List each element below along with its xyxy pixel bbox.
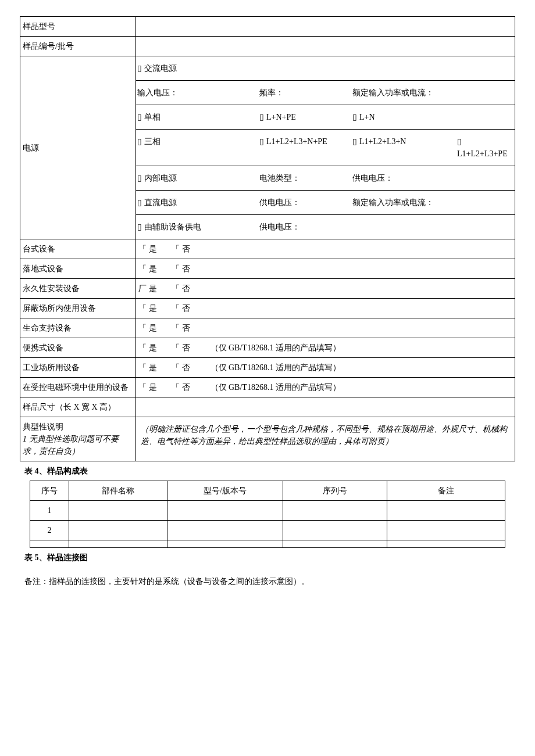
label-rated: 额定输入功率或电流： (351, 81, 515, 105)
opt-controlled-em: 「是 「否 （仅 GB/T18268.1 适用的产品填写） (136, 378, 515, 397)
cell-seq: 2 (30, 521, 69, 540)
label-supplyv1: 供电电压： (351, 166, 515, 190)
label-freq: 频率： (258, 81, 351, 105)
check-yes[interactable]: 「是 (138, 343, 157, 352)
opt-portable: 「是 「否 （仅 GB/T18268.1 适用的产品填写） (136, 338, 515, 358)
value-model (136, 17, 515, 37)
label-lifesupport: 生命支持设备 (20, 318, 136, 338)
cell-model (167, 501, 283, 521)
check-yes[interactable]: 「是 (138, 304, 157, 313)
col-model: 型号/版本号 (167, 481, 283, 501)
checkbox-icon: 「 (172, 302, 180, 314)
checkbox-icon: ▯ (137, 221, 142, 233)
label-rated2: 额定输入功率或电流： (351, 191, 515, 214)
check-no[interactable]: 「否 (172, 284, 190, 293)
typical-desc: （明确注册证包含几个型号，一个型号包含几种规格，不同型号、规格在预期用途、外观尺… (136, 417, 515, 461)
table-row (30, 540, 505, 548)
cell-remark (387, 540, 505, 548)
col-serial: 序列号 (283, 481, 387, 501)
label-shielded: 屏蔽场所内使用设备 (20, 299, 136, 318)
spec-table: 样品型号 样品编号/批号 电源 ▯交流电源 输入电压： 频率： 额定输入功率或电… (20, 16, 515, 461)
table5-title: 表 5、样品连接图 (24, 551, 511, 564)
check-yes[interactable]: 「是 (138, 383, 157, 392)
label-dimensions: 样品尺寸（长 X 宽 X 高） (20, 397, 136, 417)
label-floor: 落地式设备 (20, 259, 136, 279)
table-row: 2 (30, 521, 505, 540)
cell-remark (387, 501, 505, 521)
checkbox-icon: 「 (172, 282, 180, 295)
checkbox-icon: 「 (138, 302, 147, 314)
cell-serial (283, 501, 387, 521)
gb-note: （仅 GB/T18268.1 适用的产品填写） (211, 363, 341, 372)
cell-model (167, 521, 283, 540)
checkbox-icon: ▯ (137, 172, 142, 184)
cell-part (69, 540, 167, 548)
opt-industrial: 「是 「否 （仅 GB/T18268.1 适用的产品填写） (136, 358, 515, 378)
check-yes[interactable]: 「是 (138, 324, 157, 332)
checkbox-icon: 「 (172, 263, 180, 275)
checkbox-icon: 「 (138, 243, 147, 255)
label-model: 样品型号 (20, 17, 136, 37)
label-controlled-em: 在受控电磁环境中使用的设备 (20, 378, 136, 397)
checkbox-icon: 「 (172, 381, 180, 393)
table5-remark: 备注：指样品的连接图，主要针对的是系统（设备与设备之间的连接示意图）。 (24, 575, 511, 587)
checkbox-icon: ▯ (457, 135, 462, 148)
label-permanent: 永久性安装设备 (20, 279, 136, 299)
opt-floor: 「是 「否 (136, 259, 515, 279)
label-portable: 便携式设备 (20, 338, 136, 358)
check-l123pe[interactable]: ▯L1+L2+L3+PE (456, 130, 515, 166)
check-yes[interactable]: 「是 (138, 264, 157, 273)
check-internal[interactable]: ▯内部电源 (136, 166, 258, 190)
check-no[interactable]: 「否 (172, 304, 190, 313)
cell-seq (30, 540, 69, 548)
label-supplyv3: 供电电压： (258, 215, 515, 239)
check-no[interactable]: 「否 (172, 324, 190, 332)
label-supplyv2: 供电电压： (258, 191, 351, 214)
check-yes[interactable]: 「是 (138, 245, 157, 253)
opt-desktop: 「是 「否 (136, 239, 515, 259)
check-dc[interactable]: ▯直流电源 (136, 191, 258, 214)
cell-part (69, 501, 167, 521)
check-singlephase[interactable]: ▯单相 (136, 105, 258, 129)
checkbox-icon: ▯ (137, 111, 142, 123)
checkbox-icon: 「 (138, 322, 147, 334)
cell-serial (283, 540, 387, 548)
check-no[interactable]: 「否 (172, 343, 190, 352)
check-no[interactable]: 「否 (172, 245, 190, 253)
checkbox-icon: 「 (172, 342, 180, 354)
checkbox-icon: ▯ (259, 135, 264, 148)
label-power: 电源 (20, 56, 136, 239)
cell-model (167, 540, 283, 548)
check-no[interactable]: 「否 (172, 363, 190, 372)
label-typical: 典型性说明 1 无典型性选取问题可不要求，责任自负） (20, 417, 136, 461)
check-no[interactable]: 「否 (172, 264, 190, 273)
checkbox-icon: 厂 (138, 282, 147, 295)
check-aux[interactable]: ▯由辅助设备供电 (136, 215, 258, 239)
check-threephase[interactable]: ▯三相 (136, 130, 258, 166)
power-block: ▯交流电源 输入电压： 频率： 额定输入功率或电流： ▯单相 ▯L+N+PE ▯… (136, 56, 515, 239)
checkbox-icon: ▯ (352, 135, 357, 148)
label-serial: 样品编号/批号 (20, 37, 136, 56)
col-seq: 序号 (30, 481, 69, 501)
cell-part (69, 521, 167, 540)
gb-note: （仅 GB/T18268.1 适用的产品填写） (211, 343, 341, 352)
check-ln[interactable]: ▯L+N (351, 105, 515, 129)
label-industrial: 工业场所用设备 (20, 358, 136, 378)
opt-permanent: 厂是 「否 (136, 279, 515, 299)
check-l123npe[interactable]: ▯L1+L2+L3+N+PE (258, 130, 351, 166)
check-no[interactable]: 「否 (172, 383, 190, 392)
check-l123n[interactable]: ▯L1+L2+L3+N (351, 130, 456, 166)
checkbox-icon: 「 (138, 361, 147, 374)
checkbox-icon: ▯ (137, 135, 142, 148)
check-yes[interactable]: 厂是 (138, 284, 157, 293)
check-lnpe[interactable]: ▯L+N+PE (258, 105, 351, 129)
checkbox-icon: 「 (138, 263, 147, 275)
checkbox-icon: 「 (172, 361, 180, 374)
check-yes[interactable]: 「是 (138, 363, 157, 372)
checkbox-icon: ▯ (137, 62, 142, 74)
opt-shielded: 「是 「否 (136, 299, 515, 318)
checkbox-icon: 「 (172, 322, 180, 334)
check-ac[interactable]: ▯交流电源 (136, 56, 258, 80)
col-remark: 备注 (387, 481, 505, 501)
cell-seq: 1 (30, 501, 69, 521)
